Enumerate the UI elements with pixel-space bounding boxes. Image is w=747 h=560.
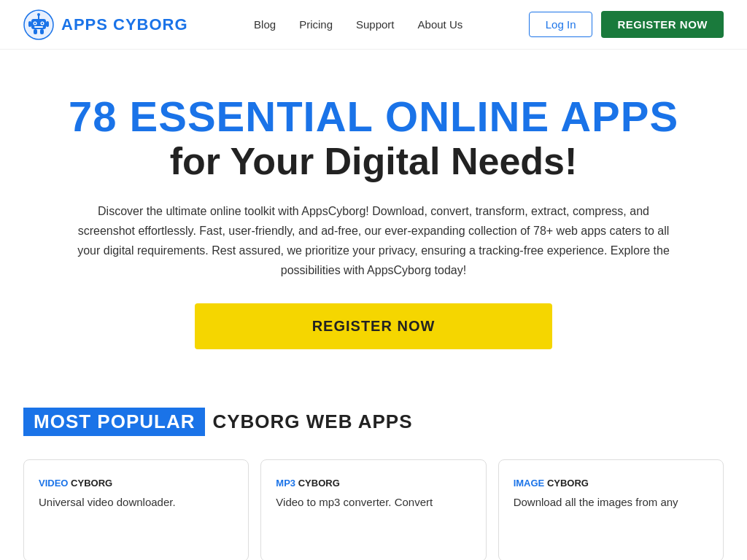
popular-section: MOST POPULAR CYBORG WEB APPS VIDEO CYBOR… (0, 378, 747, 560)
card-mp3-category: MP3 CYBORG (276, 478, 471, 489)
card-mp3-category-rest: CYBORG (298, 478, 340, 489)
logo-icon (23, 9, 54, 40)
svg-rect-11 (34, 29, 37, 34)
card-video[interactable]: VIDEO CYBORG Universal video downloader. (23, 459, 249, 560)
card-image-category-colored: IMAGE (514, 478, 545, 489)
section-title-highlight: MOST POPULAR (23, 408, 205, 436)
card-video-category-colored: VIDEO (39, 478, 68, 489)
svg-point-4 (34, 22, 36, 23)
logo[interactable]: APPS CYBORG (23, 9, 188, 40)
card-video-category-rest: CYBORG (71, 478, 112, 489)
cards-row: VIDEO CYBORG Universal video downloader.… (23, 459, 724, 560)
svg-rect-12 (40, 29, 44, 34)
login-button[interactable]: Log In (529, 12, 593, 37)
nav-pricing[interactable]: Pricing (299, 18, 333, 31)
card-mp3[interactable]: MP3 CYBORG Video to mp3 converter. Conve… (260, 459, 486, 560)
nav-blog[interactable]: Blog (254, 18, 276, 31)
hero-section: 78 ESSENTIAL ONLINE APPS for Your Digita… (0, 50, 747, 378)
card-video-desc: Universal video downloader. (39, 494, 233, 511)
main-nav: Blog Pricing Support About Us (254, 18, 462, 31)
section-title-rest: CYBORG WEB APPS (212, 411, 412, 433)
hero-description: Discover the ultimate online toolkit wit… (74, 201, 673, 281)
register-button-hero[interactable]: REGISTER NOW (195, 303, 552, 349)
hero-headline-1: 78 ESSENTIAL ONLINE APPS (44, 93, 703, 140)
card-image-category: IMAGE CYBORG (514, 478, 708, 489)
card-image-desc: Download all the images from any (514, 494, 708, 511)
svg-point-5 (42, 22, 43, 23)
card-image[interactable]: IMAGE CYBORG Download all the images fro… (498, 459, 724, 560)
card-image-category-rest: CYBORG (547, 478, 589, 489)
svg-rect-6 (34, 26, 43, 28)
card-mp3-desc: Video to mp3 converter. Convert (276, 494, 471, 511)
section-title: MOST POPULAR CYBORG WEB APPS (23, 408, 724, 436)
nav-about[interactable]: About Us (418, 18, 463, 31)
card-video-category: VIDEO CYBORG (39, 478, 233, 489)
site-header: APPS CYBORG Blog Pricing Support About U… (0, 0, 747, 50)
hero-headline-2: for Your Digital Needs! (44, 140, 703, 184)
nav-support[interactable]: Support (356, 18, 395, 31)
register-button-header[interactable]: REGISTER NOW (601, 11, 724, 38)
svg-rect-9 (28, 21, 31, 27)
card-mp3-category-colored: MP3 (276, 478, 295, 489)
svg-rect-10 (46, 21, 49, 27)
svg-point-8 (37, 13, 40, 16)
logo-text: APPS CYBORG (61, 15, 188, 34)
header-actions: Log In REGISTER NOW (529, 11, 724, 38)
